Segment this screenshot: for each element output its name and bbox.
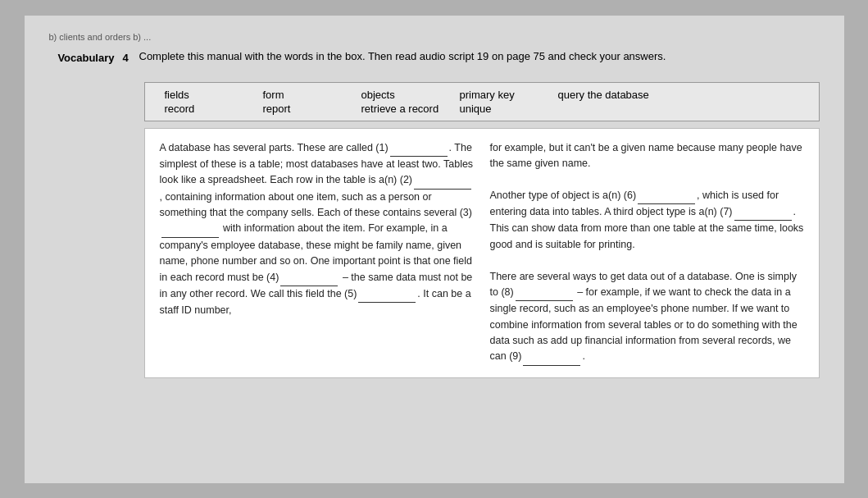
vocab-label: Vocabulary [49, 50, 123, 64]
word-form: form [257, 88, 355, 102]
word-objects: objects [355, 88, 453, 102]
word-report: report [257, 102, 355, 116]
word-query-database: query the database [552, 88, 656, 102]
blank-6 [638, 188, 695, 204]
word-fields: fields [158, 88, 257, 102]
task-number: 4 [123, 50, 139, 64]
blank-8 [516, 285, 573, 301]
top-bar-text: b) clients and orders b) ... [49, 32, 820, 42]
blank-9 [523, 349, 580, 365]
word-unique: unique [453, 102, 552, 116]
word-retrieve-record: retrieve a record [355, 102, 453, 116]
blank-3 [161, 221, 219, 237]
word-record: record [158, 102, 257, 116]
blank-2 [414, 172, 471, 189]
right-column: for example, but it can't be a given nam… [490, 140, 804, 366]
task-instruction: Complete this manual with the words in t… [139, 50, 820, 62]
blank-4 [280, 270, 338, 286]
left-column: A database has several parts. These are … [160, 140, 474, 366]
blank-5 [358, 286, 416, 303]
blank-7 [734, 204, 792, 221]
main-content-box: A database has several parts. These are … [144, 128, 820, 378]
word-box: fields form objects primary key query th… [144, 82, 820, 121]
blank-1 [390, 140, 448, 157]
word-primary-key: primary key [453, 88, 552, 102]
